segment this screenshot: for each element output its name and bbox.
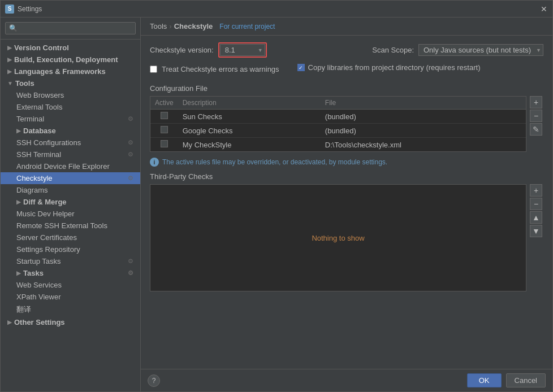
arrow-icon: ▶ [7,319,12,325]
sidebar-item-xpath-viewer[interactable]: XPath Viewer [1,291,140,303]
settings-icon: ⚙ [128,258,133,265]
sidebar-item-web-browsers[interactable]: Web Browsers [1,89,140,101]
scan-scope-area: Scan Scope: Only Java sources (but not t… [372,44,543,56]
title-bar: S Settings ✕ [1,1,552,18]
third-party-panel-wrapper: Nothing to show + − ▲ ▼ [150,184,526,291]
nothing-to-show-text: Nothing to show [312,234,364,242]
sidebar: ▶ Version Control ▶ Build, Execution, De… [1,18,141,391]
arrow-icon: ▶ [7,56,12,63]
row-desc-1: Sun Checks [178,110,321,124]
checkbox-box[interactable] [161,140,168,147]
scan-scope-select[interactable]: Only Java sources (but not tests) All so… [418,44,543,56]
treat-errors-label: Treat Checkstyle errors as warnings [162,65,279,73]
third-party-panel: Nothing to show [150,184,526,291]
row-active-2 [150,124,178,138]
checkstyle-version-box: Checkstyle version: 8.1 8.0 7.8 7.7 [150,42,267,58]
breadcrumb-separator: › [169,22,171,31]
cancel-button[interactable]: Cancel [506,373,546,387]
settings-icon: ⚙ [128,115,133,123]
sidebar-item-server-certificates[interactable]: Server Certificates [1,232,140,243]
remove-row-button[interactable]: − [530,110,542,122]
config-table: Active Description File Sun Checks (bund… [150,97,526,151]
version-select-wrapper: 8.1 8.0 7.8 7.7 [218,42,267,58]
sidebar-item-diagrams[interactable]: Diagrams [1,184,140,196]
treat-errors-row: Treat Checkstyle errors as warnings [150,63,279,75]
sidebar-item-diff-merge[interactable]: ▶ Diff & Merge [1,196,140,208]
sidebar-item-database[interactable]: ▶ Database [1,125,140,137]
sidebar-item-languages-frameworks[interactable]: ▶ Languages & Frameworks [1,66,140,77]
main-panel: Tools › Checkstyle For current project C… [141,18,552,391]
close-button[interactable]: ✕ [540,5,548,13]
third-party-section: Third-Party Checks Nothing to show + − ▲… [150,172,543,291]
row-file-1: (bundled) [321,110,526,124]
table-row[interactable]: Google Checks (bundled) [150,124,526,138]
settings-icon: ⚙ [128,151,133,158]
arrow-icon: ▶ [7,68,12,75]
info-text: The active rules file may be overridden,… [162,158,387,166]
breadcrumb-current: Checkstyle [174,22,213,31]
search-input[interactable] [5,22,136,34]
settings-window: S Settings ✕ ▶ Version Control ▶ Build, … [0,0,553,392]
sidebar-item-tools[interactable]: ▼ Tools [1,77,140,89]
sidebar-item-web-services[interactable]: Web Services [1,279,140,291]
sidebar-item-tasks[interactable]: ▶ Tasks ⚙ [1,267,140,279]
sidebar-item-translate[interactable]: 翻译 [1,303,140,316]
sidebar-item-remote-ssh-external-tools[interactable]: Remote SSH External Tools [1,220,140,232]
sidebar-item-android-device-file-explorer[interactable]: Android Device File Explorer [1,160,140,172]
add-row-button[interactable]: + [530,96,542,108]
panel-body: Checkstyle version: 8.1 8.0 7.8 7.7 [141,36,552,369]
checkbox-box[interactable] [161,112,168,119]
row-file-2: (bundled) [321,124,526,138]
info-icon: i [150,158,159,167]
checkbox-box[interactable] [161,126,168,133]
move-down-button[interactable]: ▼ [530,225,542,237]
move-up-button[interactable]: ▲ [530,211,542,224]
row-desc-2: Google Checks [178,124,321,138]
settings-icon: ⚙ [128,139,133,146]
sidebar-item-external-tools[interactable]: External Tools [1,101,140,113]
edit-row-button[interactable]: ✎ [530,123,542,136]
copy-libraries-checkbox[interactable]: ✓ [297,64,305,71]
breadcrumb-parent: Tools [150,22,167,31]
ok-button[interactable]: OK [467,373,502,387]
row-active-3 [150,138,178,152]
config-table-wrapper: Active Description File Sun Checks (bund… [150,96,526,152]
treat-errors-checkbox[interactable] [150,66,157,73]
config-file-title: Configuration File [150,84,543,93]
sidebar-item-settings-repository[interactable]: Settings Repository [1,243,140,255]
copy-libraries-label: Copy libraries from project directory (r… [308,63,481,72]
sidebar-item-music-dev-helper[interactable]: Music Dev Helper [1,208,140,220]
col-description: Description [178,97,321,110]
arrow-icon: ▼ [7,80,13,86]
checkboxes-row: Treat Checkstyle errors as warnings ✓ Co… [150,63,543,79]
sidebar-item-version-control[interactable]: ▶ Version Control [1,42,140,54]
sidebar-item-ssh-configurations[interactable]: SSH Configurations ⚙ [1,137,140,149]
help-button[interactable]: ? [148,374,160,387]
sidebar-item-build-execution[interactable]: ▶ Build, Execution, Deployment [1,54,140,66]
sidebar-item-other-settings[interactable]: ▶ Other Settings [1,316,140,328]
for-current-project-link[interactable]: For current project [219,23,275,31]
remove-third-party-button[interactable]: − [530,198,542,210]
row-file-3: D:\Tools\checkstyle.xml [321,138,526,152]
version-select[interactable]: 8.1 8.0 7.8 7.7 [220,44,265,56]
sidebar-item-startup-tasks[interactable]: Startup Tasks ⚙ [1,255,140,267]
app-icon: S [5,5,14,14]
sidebar-item-ssh-terminal[interactable]: SSH Terminal ⚙ [1,149,140,160]
third-party-actions: + − ▲ ▼ [530,184,542,237]
col-file: File [321,97,526,110]
settings-icon: ⚙ [128,175,133,182]
copy-libraries-row: ✓ Copy libraries from project directory … [297,63,481,72]
table-row[interactable]: My CheckStyle D:\Tools\checkstyle.xml [150,138,526,152]
info-row: i The active rules file may be overridde… [150,158,543,167]
table-actions: + − ✎ [530,96,542,136]
content-area: ▶ Version Control ▶ Build, Execution, De… [1,18,552,391]
row-active-1 [150,110,178,124]
sidebar-item-terminal[interactable]: Terminal ⚙ [1,113,140,125]
scan-scope-label: Scan Scope: [372,46,414,54]
settings-icon: ⚙ [128,269,133,277]
add-third-party-button[interactable]: + [530,184,542,197]
table-row[interactable]: Sun Checks (bundled) [150,110,526,124]
sidebar-item-checkstyle[interactable]: Checkstyle ⚙ [1,172,140,184]
arrow-icon: ▶ [16,128,21,134]
sidebar-nav: ▶ Version Control ▶ Build, Execution, De… [1,40,140,391]
